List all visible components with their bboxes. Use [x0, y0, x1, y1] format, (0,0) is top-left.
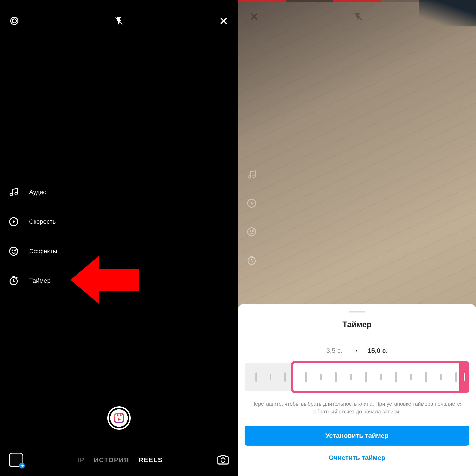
- close-button[interactable]: [218, 16, 229, 26]
- flash-off-icon: [114, 16, 124, 26]
- mode-story[interactable]: ИСТОРИЯ: [94, 456, 129, 464]
- timer-label: Таймер: [29, 277, 51, 284]
- speed-label: Скорость: [29, 218, 56, 225]
- time-range: 3,5 с. → 15,0 с.: [245, 337, 469, 363]
- record-button[interactable]: [107, 406, 131, 430]
- close-button[interactable]: [249, 11, 260, 22]
- shutter-wrap: [107, 406, 131, 430]
- svg-point-30: [253, 231, 254, 232]
- music-icon[interactable]: [247, 170, 256, 179]
- svg-point-24: [248, 176, 251, 178]
- annotation-arrow: [70, 254, 141, 306]
- reels-side-menu-dim: [247, 170, 256, 265]
- speed-icon: [9, 217, 18, 226]
- svg-point-9: [10, 247, 18, 255]
- svg-point-25: [253, 175, 255, 177]
- reels-icon: [114, 413, 124, 423]
- flash-off-button[interactable]: [353, 11, 364, 22]
- reels-side-menu: Аудио Скорость Эффекты Таймер: [9, 187, 57, 286]
- music-icon: [9, 187, 18, 197]
- svg-point-1: [12, 19, 16, 23]
- svg-point-0: [11, 17, 18, 25]
- reels-camera-screen: Аудио Скорость Эффекты Таймер: [0, 0, 238, 476]
- svg-marker-19: [224, 458, 226, 460]
- audio-label: Аудио: [29, 189, 47, 196]
- set-timer-button[interactable]: Установить таймер: [245, 426, 469, 446]
- switch-camera-button[interactable]: [217, 454, 229, 466]
- svg-point-10: [12, 250, 13, 251]
- effects-label: Эффекты: [29, 248, 57, 255]
- mode-reels[interactable]: REELS: [138, 456, 163, 464]
- svg-marker-18: [118, 418, 121, 421]
- svg-point-29: [250, 231, 251, 232]
- timer-icon: [9, 276, 18, 286]
- svg-marker-13: [70, 256, 139, 304]
- svg-point-5: [10, 193, 13, 196]
- duration-slider[interactable]: [245, 363, 469, 391]
- flash-off-icon: [354, 12, 362, 21]
- timer-sheet-screen: Таймер 3,5 с. → 15,0 с. Перетащите, чтоб…: [238, 0, 476, 476]
- clear-timer-button[interactable]: Очистить таймер: [245, 454, 469, 461]
- svg-point-6: [15, 193, 17, 195]
- time-to: 15,0 с.: [368, 347, 388, 354]
- svg-point-28: [248, 228, 256, 236]
- top-bar: [0, 0, 238, 31]
- settings-icon: [9, 16, 19, 26]
- speed-icon[interactable]: [247, 198, 256, 208]
- svg-rect-14: [115, 414, 123, 423]
- mode-selector: IP ИСТОРИЯ REELS: [23, 456, 217, 464]
- top-bar-right: [238, 11, 476, 22]
- effects-button[interactable]: Эффекты: [9, 246, 57, 256]
- gallery-button[interactable]: +: [9, 453, 23, 467]
- slider-handle[interactable]: [459, 361, 469, 393]
- slider-selection[interactable]: [291, 361, 469, 393]
- svg-marker-27: [251, 202, 253, 205]
- mode-clip[interactable]: IP: [78, 456, 85, 464]
- sheet-title: Таймер: [245, 320, 469, 337]
- svg-marker-8: [13, 220, 15, 223]
- timer-icon[interactable]: [247, 256, 256, 265]
- close-icon: [250, 12, 258, 21]
- time-from: 3,5 с.: [326, 347, 342, 354]
- bottom-bar: + IP ИСТОРИЯ REELS: [0, 453, 238, 467]
- timer-bottom-sheet: Таймер 3,5 с. → 15,0 с. Перетащите, чтоб…: [238, 304, 476, 476]
- settings-button[interactable]: [9, 16, 20, 26]
- effects-icon[interactable]: [247, 227, 256, 237]
- timer-button[interactable]: Таймер: [9, 276, 57, 286]
- svg-marker-20: [220, 460, 221, 462]
- hint-text: Перетащите, чтобы выбрать длительность к…: [245, 400, 469, 426]
- arrow-right-icon: →: [351, 346, 359, 355]
- svg-point-11: [15, 250, 16, 251]
- effects-icon: [9, 246, 18, 256]
- sheet-grabber[interactable]: [349, 311, 365, 312]
- speed-button[interactable]: Скорость: [9, 217, 57, 226]
- audio-button[interactable]: Аудио: [9, 187, 57, 197]
- close-icon: [219, 17, 228, 25]
- camera-switch-icon: [217, 454, 229, 466]
- flash-off-button[interactable]: [114, 16, 124, 26]
